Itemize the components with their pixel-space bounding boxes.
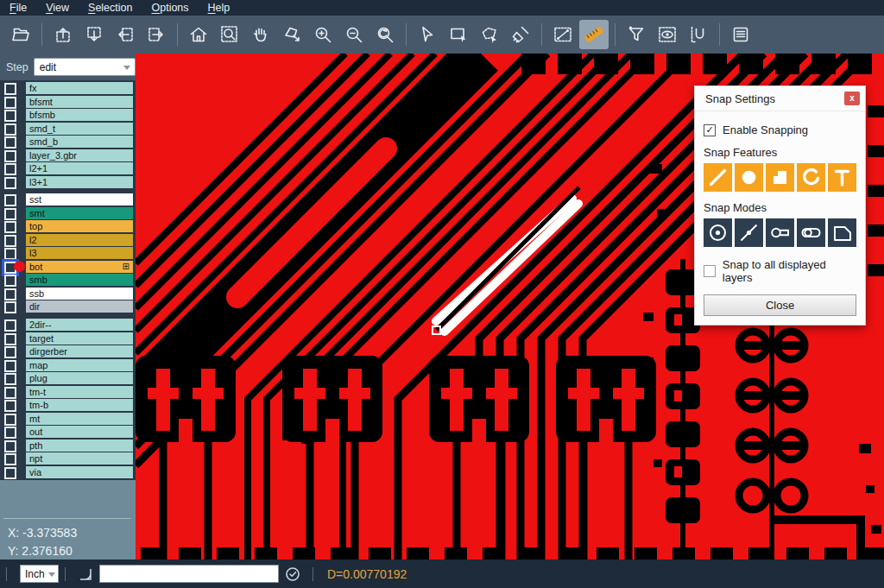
snap-feature-surface-button[interactable]	[766, 163, 794, 192]
snap-mode-center-button[interactable]	[704, 218, 732, 247]
ruler-tool-button[interactable]	[579, 20, 609, 49]
layer-visibility-checkbox[interactable]	[4, 373, 16, 385]
layer-row-layer_3.gbr[interactable]: layer_3.gbr	[0, 149, 136, 161]
layer-row-bfsmb[interactable]: bfsmb	[0, 109, 136, 121]
layer-visibility-checkbox[interactable]	[4, 301, 16, 313]
home-view-button[interactable]	[184, 20, 213, 49]
layer-cell[interactable]: dir	[26, 300, 133, 313]
dialog-close-icon[interactable]: x	[844, 92, 860, 105]
layer-cell[interactable]: smb	[26, 274, 133, 286]
layer-row-plug[interactable]: plug	[0, 372, 136, 384]
step-dropdown[interactable]: edit	[34, 58, 136, 76]
layer-row-smt[interactable]: smt	[0, 207, 136, 219]
layer-visibility-checkbox[interactable]	[4, 387, 16, 399]
zoom-in-button[interactable]	[308, 20, 338, 49]
snap-feature-arc-button[interactable]	[797, 163, 825, 192]
enable-snapping-checkbox[interactable]: ✓	[704, 124, 716, 136]
filter-tool-button[interactable]	[622, 20, 651, 49]
layer-visibility-checkbox[interactable]	[4, 467, 16, 479]
open-button[interactable]	[6, 20, 35, 49]
layer-cell[interactable]: l3	[26, 247, 133, 259]
layer-cell[interactable]: smd_t	[26, 123, 133, 135]
layer-cell[interactable]: tm-t	[26, 386, 133, 398]
polygon-select-button[interactable]	[475, 20, 504, 49]
layer-cell[interactable]: tm-b	[26, 399, 133, 411]
unit-dropdown[interactable]: Inch	[20, 565, 59, 583]
snap-feature-line-button[interactable]	[704, 163, 732, 192]
zoom-out-button[interactable]	[339, 20, 369, 49]
layer-visibility-checkbox[interactable]	[4, 194, 16, 206]
layer-visibility-checkbox[interactable]	[4, 97, 16, 109]
layer-row-l3+1[interactable]: l3+1	[0, 176, 136, 188]
layer-cell[interactable]: target	[26, 332, 133, 345]
layer-visibility-checkbox[interactable]	[4, 110, 16, 122]
layer-row-pth[interactable]: pth	[0, 439, 136, 452]
layer-row-dir[interactable]: dir	[0, 300, 136, 313]
layer-row-dirgerber[interactable]: dirgerber	[0, 345, 136, 357]
layer-cell[interactable]: top	[26, 220, 133, 232]
layer-row-map[interactable]: map	[0, 359, 136, 371]
layer-cell[interactable]: via	[26, 466, 133, 478]
layer-cell[interactable]: map	[26, 359, 133, 371]
layer-row-l2[interactable]: l2	[0, 234, 136, 246]
layer-visibility-checkbox[interactable]	[4, 275, 16, 287]
layer-cell[interactable]: l2+1	[26, 162, 133, 174]
layer-row-fx[interactable]: fx	[0, 82, 136, 94]
layer-cell[interactable]: npt	[26, 452, 133, 465]
layer-visibility-checkbox[interactable]	[4, 83, 16, 95]
layer-visibility-checkbox[interactable]	[4, 288, 16, 300]
dialog-titlebar[interactable]: Snap Settings x	[695, 86, 865, 111]
layer-cell[interactable]: out	[26, 426, 133, 438]
layer-visibility-checkbox[interactable]	[4, 163, 16, 175]
layer-row-out[interactable]: out	[0, 426, 136, 438]
layer-row-tm-t[interactable]: tm-t	[0, 386, 136, 398]
layer-row-via[interactable]: via	[0, 466, 136, 478]
pointer-select-button[interactable]	[413, 20, 442, 49]
layer-cell[interactable]: mt	[26, 413, 133, 425]
layer-row-bot[interactable]: bot⊞	[0, 261, 136, 273]
rect-select-button[interactable]	[444, 20, 473, 49]
menu-view[interactable]: View	[36, 2, 79, 14]
layer-row-mt[interactable]: mt	[0, 413, 136, 425]
apply-check-icon[interactable]	[284, 566, 301, 583]
layer-row-tm-b[interactable]: tm-b	[0, 399, 136, 411]
layer-visibility-checkbox[interactable]	[4, 319, 16, 332]
layer-row-smb[interactable]: smb	[0, 274, 136, 286]
layer-visibility-checkbox[interactable]	[4, 440, 16, 452]
snap-mode-slot-center-button[interactable]	[797, 218, 825, 247]
layer-cell[interactable]: bot⊞	[26, 261, 133, 273]
snap-all-layers-checkbox[interactable]	[704, 265, 716, 277]
layer-visibility-checkbox[interactable]	[4, 136, 16, 149]
menu-options[interactable]: Options	[142, 2, 198, 14]
measure-path-button[interactable]	[684, 20, 713, 49]
layer-visibility-checkbox[interactable]	[4, 346, 16, 358]
layer-cell[interactable]: dirgerber	[26, 345, 133, 357]
zoom-previous-button[interactable]	[370, 20, 400, 49]
snap-mode-vertex-button[interactable]	[828, 218, 856, 247]
snap-feature-text-button[interactable]	[828, 163, 856, 192]
layer-cell[interactable]: pth	[26, 439, 133, 452]
layer-visibility-checkbox[interactable]	[4, 427, 16, 439]
view-visibility-button[interactable]	[653, 20, 682, 49]
layer-row-top[interactable]: top	[0, 220, 136, 232]
layer-cell[interactable]: plug	[26, 372, 133, 384]
clean-tool-button[interactable]	[506, 20, 535, 49]
shift-up-button[interactable]	[48, 20, 78, 49]
layer-row-target[interactable]: target	[0, 332, 136, 345]
layer-visibility-checkbox[interactable]	[4, 360, 16, 372]
zoom-object-button[interactable]	[277, 20, 306, 49]
layer-cell[interactable]: bfsmb	[26, 109, 133, 121]
layer-visibility-checkbox[interactable]	[4, 150, 16, 162]
layer-cell[interactable]: l3+1	[26, 176, 133, 188]
layer-visibility-checkbox[interactable]	[4, 208, 16, 220]
layer-visibility-checkbox[interactable]	[4, 235, 16, 247]
layer-row-smd_t[interactable]: smd_t	[0, 123, 136, 135]
layer-cell[interactable]: sst	[26, 193, 133, 205]
angle-mode-icon[interactable]	[77, 566, 94, 583]
close-button[interactable]: Close	[704, 294, 856, 316]
menu-selection[interactable]: Selection	[79, 2, 142, 14]
layer-cell[interactable]: fx	[26, 82, 133, 94]
report-button[interactable]	[726, 20, 755, 49]
shift-left-button[interactable]	[110, 20, 140, 49]
layer-cell[interactable]: bfsmt	[26, 96, 133, 108]
